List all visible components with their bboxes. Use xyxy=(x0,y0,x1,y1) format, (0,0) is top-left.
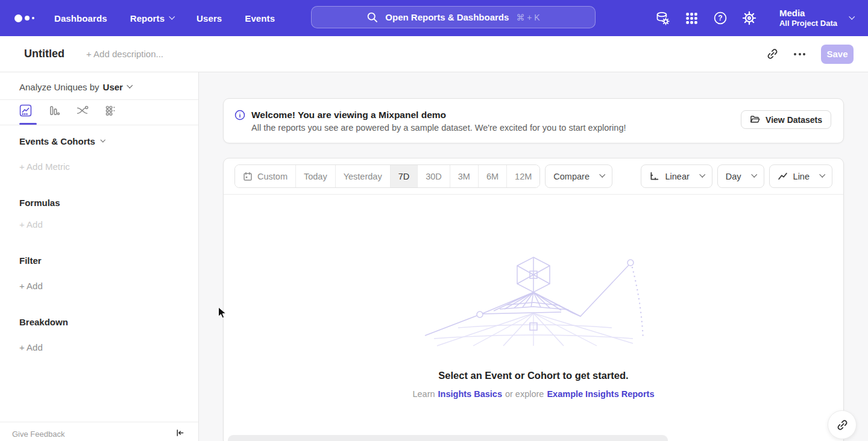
scale-selector[interactable]: Linear xyxy=(641,164,712,188)
hint-middle: or explore xyxy=(505,389,544,399)
svg-text:?: ? xyxy=(719,14,723,22)
tab-retention[interactable] xyxy=(104,104,117,117)
query-builder-sidebar: Analyze Uniques by User xyxy=(0,72,199,441)
add-breakdown-button[interactable]: + Add xyxy=(19,342,43,352)
collapse-sidebar-icon[interactable] xyxy=(175,428,185,438)
hint-prefix: Learn xyxy=(412,389,435,399)
date-range-today[interactable]: Today xyxy=(295,165,335,187)
project-scope: All Project Data xyxy=(779,19,837,28)
calendar-icon xyxy=(243,172,253,181)
formulas-section-title: Formulas xyxy=(19,198,60,208)
empty-state-hint: Learn Insights Basics or explore Example… xyxy=(224,389,843,399)
line-chart-icon xyxy=(778,171,788,181)
mixpanel-logo[interactable] xyxy=(14,14,36,22)
tab-insights-line-chart[interactable] xyxy=(19,104,32,117)
nav-users[interactable]: Users xyxy=(197,13,222,23)
chevron-down-icon xyxy=(127,83,133,89)
data-settings-icon[interactable] xyxy=(655,11,670,26)
interval-selector[interactable]: Day xyxy=(717,164,764,188)
nav-events[interactable]: Events xyxy=(245,13,275,23)
example-reports-link[interactable]: Example Insights Reports xyxy=(547,389,654,399)
chart-toolbar: Custom Today Yesterday 7D 30D 3M 6M 12M … xyxy=(224,158,843,195)
add-formula-button[interactable]: + Add xyxy=(19,219,43,230)
next-section-edge xyxy=(228,435,668,441)
view-datasets-button[interactable]: View Datasets xyxy=(741,110,831,129)
primary-nav: Dashboards Reports Users Events xyxy=(54,13,275,23)
date-range-yesterday[interactable]: Yesterday xyxy=(335,165,390,187)
divider xyxy=(0,125,198,125)
chevron-down-icon xyxy=(100,137,105,142)
more-options-icon[interactable] xyxy=(794,53,805,55)
date-range-3m[interactable]: 3M xyxy=(450,165,478,187)
metric-type-tabs xyxy=(19,104,117,117)
info-icon xyxy=(234,110,245,120)
chevron-down-icon xyxy=(849,13,855,19)
give-feedback-link[interactable]: Give Feedback xyxy=(12,430,64,439)
nav-dashboards[interactable]: Dashboards xyxy=(54,13,107,23)
chart-type-selector[interactable]: Line xyxy=(769,164,832,188)
add-filter-button[interactable]: + Add xyxy=(19,281,43,291)
chevron-down-icon xyxy=(699,172,705,178)
report-title[interactable]: Untitled xyxy=(24,48,64,60)
chevron-down-icon xyxy=(169,13,175,19)
date-range-control: Custom Today Yesterday 7D 30D 3M 6M 12M xyxy=(234,164,540,188)
project-switcher[interactable]: Media All Project Data xyxy=(779,8,854,28)
filter-section-title: Filter xyxy=(19,255,42,266)
search-shortcut: ⌘ + K xyxy=(516,13,539,22)
tab-flows[interactable] xyxy=(76,104,89,117)
date-range-6m[interactable]: 6M xyxy=(478,165,506,187)
demo-welcome-banner: Welcome! You are viewing a Mixpanel demo… xyxy=(223,98,844,143)
breakdown-section-title: Breakdown xyxy=(19,317,68,327)
global-search[interactable]: Open Reports & Dashboards ⌘ + K xyxy=(311,6,596,28)
search-icon xyxy=(366,11,378,23)
tab-bar-chart[interactable] xyxy=(48,104,60,117)
copy-link-icon[interactable] xyxy=(767,48,778,60)
insights-basics-link[interactable]: Insights Basics xyxy=(438,389,502,399)
apps-grid-icon[interactable] xyxy=(684,11,699,26)
add-metric-button[interactable]: + Add Metric xyxy=(19,161,70,172)
save-button[interactable]: Save xyxy=(821,45,854,64)
link-icon xyxy=(837,419,848,431)
settings-gear-icon[interactable] xyxy=(742,11,757,26)
analyze-prefix-label: Analyze Uniques by xyxy=(19,82,99,92)
divider xyxy=(0,99,198,100)
share-link-fab[interactable] xyxy=(828,410,857,439)
main-content: Welcome! You are viewing a Mixpanel demo… xyxy=(199,72,868,441)
date-range-12m[interactable]: 12M xyxy=(506,165,539,187)
nav-reports[interactable]: Reports xyxy=(130,13,174,23)
project-name: Media xyxy=(779,8,837,19)
report-header: Untitled + Add description... Save xyxy=(0,36,868,72)
top-navbar: Dashboards Reports Users Events Open Rep… xyxy=(0,0,868,36)
chevron-down-icon xyxy=(751,172,757,178)
help-icon[interactable]: ? xyxy=(713,11,728,26)
analyze-uniques-row: Analyze Uniques by User xyxy=(19,82,131,92)
divider xyxy=(0,422,198,422)
folder-icon xyxy=(750,114,760,125)
analyze-value-dropdown[interactable]: User xyxy=(103,82,131,92)
date-range-7d[interactable]: 7D xyxy=(390,165,418,187)
events-cohorts-section[interactable]: Events & Cohorts xyxy=(19,136,104,146)
chevron-down-icon xyxy=(819,172,825,178)
date-range-30d[interactable]: 30D xyxy=(417,165,450,187)
report-description-placeholder[interactable]: + Add description... xyxy=(86,49,163,59)
banner-title: Welcome! You are viewing a Mixpanel demo xyxy=(251,108,626,121)
empty-state-title: Select an Event or Cohort to get started… xyxy=(224,370,843,381)
search-placeholder: Open Reports & Dashboards xyxy=(385,12,509,22)
date-range-custom[interactable]: Custom xyxy=(235,165,295,187)
empty-state: Select an Event or Cohort to get started… xyxy=(224,195,843,399)
compare-button[interactable]: Compare xyxy=(545,164,612,188)
banner-subtitle: All the reports you see are powered by a… xyxy=(251,121,626,134)
axes-icon xyxy=(649,171,659,181)
empty-state-illustration xyxy=(419,255,648,347)
insights-chart-panel: Custom Today Yesterday 7D 30D 3M 6M 12M … xyxy=(223,158,844,441)
chevron-down-icon xyxy=(599,172,605,178)
